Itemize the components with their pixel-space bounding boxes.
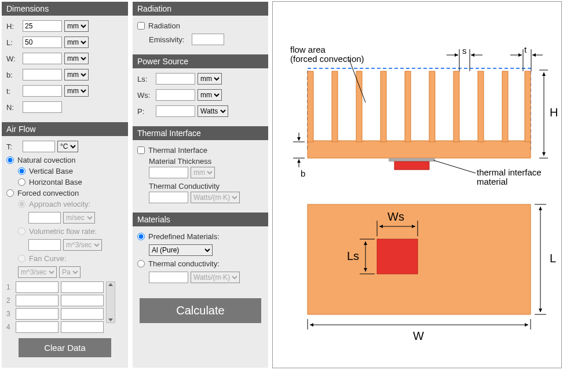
calculate-button[interactable]: Calculate [140, 298, 261, 323]
fan-row-3-col1[interactable] [16, 308, 59, 320]
p-label: P: [137, 107, 153, 116]
emissivity-input[interactable] [192, 34, 224, 45]
fan-table-scrollbar[interactable] [106, 281, 115, 323]
svg-rect-40 [377, 239, 418, 274]
fan-row-1-col1[interactable] [16, 281, 59, 293]
dim-h-label: H: [6, 22, 20, 31]
svg-rect-12 [389, 158, 435, 162]
volumetric-flow-input[interactable] [28, 239, 61, 251]
ti-thickness-unit: mm [191, 167, 215, 178]
fan-curve-unit1: m^3/sec [18, 266, 57, 278]
volumetric-flow-unit: m^3/sec [63, 239, 102, 251]
dim-n-label: N: [6, 103, 20, 112]
svg-text:b: b [301, 168, 305, 178]
dim-w-input[interactable] [23, 53, 62, 64]
svg-rect-1 [308, 141, 531, 158]
p-unit[interactable]: Watts [198, 105, 228, 117]
svg-text:L: L [550, 252, 556, 265]
ls-input[interactable] [156, 73, 195, 85]
ti-checkbox-label: Thermal Interface [148, 146, 207, 155]
svg-rect-7 [429, 71, 435, 142]
svg-text:material: material [477, 177, 507, 186]
ti-thickness-input[interactable] [149, 167, 188, 178]
fan-row-1: 1 [6, 281, 104, 293]
fan-row-2-col2[interactable] [61, 295, 104, 306]
fan-row-3: 3 [6, 308, 104, 320]
svg-text:thermal interface: thermal interface [477, 167, 542, 177]
heatsink-diagram: flow area (forced convection) s t H [272, 1, 562, 368]
material-cond-radio[interactable] [137, 260, 145, 268]
svg-text:Ls: Ls [347, 250, 359, 262]
dim-t-unit[interactable]: mm [64, 85, 89, 97]
dim-t-input[interactable] [23, 85, 62, 97]
clear-data-button[interactable]: Clear Data [19, 338, 111, 357]
radiation-checkbox-label: Radiation [148, 21, 180, 30]
fan-curve-unit2: Pa [59, 266, 81, 278]
dim-b-label: b: [6, 71, 20, 79]
natural-convection-radio[interactable] [6, 156, 14, 164]
materials-header: Materials [133, 213, 268, 226]
dim-b-input[interactable] [23, 69, 62, 80]
airflow-header: Air Flow [2, 122, 128, 136]
vertical-base-label: Vertical Base [29, 167, 73, 175]
svg-rect-3 [332, 71, 338, 142]
svg-text:s: s [462, 46, 467, 56]
dim-l-input[interactable] [23, 36, 62, 48]
material-cond-label: Thermal conductivity: [148, 259, 220, 268]
ti-cond-input[interactable] [149, 192, 188, 203]
temp-input[interactable] [23, 141, 55, 152]
svg-text:H: H [550, 106, 558, 119]
volumetric-flow-radio [18, 228, 25, 235]
dim-w-unit[interactable]: mm [64, 53, 89, 64]
predef-material-label: Predefined Materials: [148, 232, 220, 241]
fan-row-4-col2[interactable] [61, 321, 104, 333]
natural-convection-label: Natural covection [17, 156, 75, 164]
svg-rect-11 [525, 71, 531, 142]
fan-row-4: 4 [6, 321, 104, 333]
ti-cond-unit: Watts/(m·K) [191, 192, 240, 203]
svg-rect-2 [308, 71, 313, 142]
predef-material-radio[interactable] [137, 233, 145, 240]
svg-text:t: t [524, 45, 527, 54]
fan-row-3-col2[interactable] [61, 308, 104, 320]
ws-unit[interactable]: mm [198, 89, 222, 101]
fan-curve-radio [18, 255, 25, 262]
fan-row-idx: 1 [6, 283, 13, 291]
svg-text:Ws: Ws [387, 210, 404, 223]
horizontal-base-radio[interactable] [18, 178, 25, 186]
ws-input[interactable] [156, 89, 195, 101]
dimensions-body: H: mm L: mm W: mm b: mm t: [2, 16, 128, 122]
fan-row-4-col1[interactable] [16, 321, 59, 333]
dim-b-unit[interactable]: mm [64, 69, 89, 80]
ls-unit[interactable]: mm [198, 73, 222, 85]
dim-l-unit[interactable]: mm [64, 36, 89, 48]
ti-thickness-label: Material Thickness [137, 157, 264, 166]
material-cond-input[interactable] [149, 272, 188, 283]
svg-text:W: W [413, 329, 424, 342]
svg-rect-0 [308, 68, 531, 149]
ws-label: Ws: [137, 91, 153, 100]
forced-convection-radio[interactable] [6, 189, 14, 197]
predef-material-select[interactable]: Al (Pure) [149, 244, 213, 256]
dim-h-unit[interactable]: mm [64, 20, 89, 32]
dim-h-input[interactable] [23, 20, 62, 32]
dim-l-label: L: [6, 38, 20, 47]
forced-convection-label: Forced convection [17, 189, 79, 197]
dim-n-input[interactable] [23, 101, 62, 113]
vertical-base-radio[interactable] [18, 167, 25, 175]
temp-unit[interactable]: °C [57, 141, 78, 152]
emissivity-label: Emissivity: [149, 35, 189, 44]
dimensions-header: Dimensions [2, 2, 128, 16]
svg-rect-39 [308, 204, 531, 314]
radiation-checkbox[interactable] [137, 22, 145, 30]
fan-row-2-col1[interactable] [16, 295, 59, 306]
material-cond-unit: Watts/(m·K) [191, 272, 240, 283]
fan-row-1-col2[interactable] [61, 281, 104, 293]
ls-label: Ls: [137, 75, 153, 83]
svg-text:flow area: flow area [290, 45, 326, 54]
approach-velocity-input[interactable] [28, 212, 61, 224]
svg-text:(forced convection): (forced convection) [290, 54, 364, 64]
p-input[interactable] [156, 105, 195, 117]
svg-rect-8 [454, 71, 459, 142]
ti-checkbox[interactable] [137, 146, 145, 154]
